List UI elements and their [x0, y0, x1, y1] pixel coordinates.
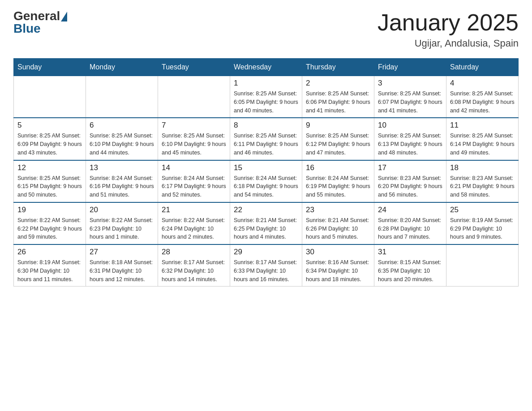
day-number: 4	[450, 79, 515, 88]
calendar-cell: 15Sunrise: 8:24 AM Sunset: 6:18 PM Dayli…	[230, 160, 302, 202]
calendar-cell: 2Sunrise: 8:25 AM Sunset: 6:06 PM Daylig…	[302, 76, 374, 118]
day-info: Sunrise: 8:25 AM Sunset: 6:07 PM Dayligh…	[378, 90, 442, 115]
day-info: Sunrise: 8:22 AM Sunset: 6:24 PM Dayligh…	[162, 216, 226, 241]
day-number: 25	[450, 206, 515, 214]
calendar-cell: 19Sunrise: 8:22 AM Sunset: 6:22 PM Dayli…	[14, 202, 86, 244]
day-info: Sunrise: 8:25 AM Sunset: 6:10 PM Dayligh…	[90, 132, 154, 157]
weekday-header-sunday: Sunday	[14, 59, 86, 76]
day-number: 14	[162, 163, 226, 172]
day-number: 10	[378, 121, 442, 130]
day-number: 26	[17, 248, 82, 257]
calendar-cell: 25Sunrise: 8:19 AM Sunset: 6:29 PM Dayli…	[446, 202, 519, 244]
weekday-header-monday: Monday	[86, 59, 158, 76]
day-info: Sunrise: 8:25 AM Sunset: 6:05 PM Dayligh…	[234, 90, 298, 115]
calendar-cell: 7Sunrise: 8:25 AM Sunset: 6:10 PM Daylig…	[158, 118, 230, 160]
page-header: General Blue January 2025 Ugijar, Andalu…	[13, 9, 519, 49]
calendar-cell: 5Sunrise: 8:25 AM Sunset: 6:09 PM Daylig…	[14, 118, 86, 160]
calendar-cell	[158, 76, 230, 118]
day-info: Sunrise: 8:24 AM Sunset: 6:18 PM Dayligh…	[234, 174, 298, 199]
calendar-cell: 24Sunrise: 8:20 AM Sunset: 6:28 PM Dayli…	[374, 202, 446, 244]
day-info: Sunrise: 8:25 AM Sunset: 6:11 PM Dayligh…	[234, 132, 298, 157]
day-number: 27	[90, 248, 154, 257]
day-number: 18	[450, 163, 515, 172]
calendar-cell: 18Sunrise: 8:23 AM Sunset: 6:21 PM Dayli…	[446, 160, 519, 202]
day-info: Sunrise: 8:25 AM Sunset: 6:08 PM Dayligh…	[450, 90, 515, 115]
day-info: Sunrise: 8:22 AM Sunset: 6:22 PM Dayligh…	[17, 216, 82, 241]
day-number: 8	[234, 121, 298, 130]
day-info: Sunrise: 8:17 AM Sunset: 6:32 PM Dayligh…	[162, 258, 226, 283]
day-number: 29	[234, 248, 298, 257]
logo: General Blue	[13, 9, 67, 36]
day-number: 13	[90, 163, 154, 172]
calendar-cell: 14Sunrise: 8:24 AM Sunset: 6:17 PM Dayli…	[158, 160, 230, 202]
day-number: 6	[90, 121, 154, 130]
calendar-cell: 1Sunrise: 8:25 AM Sunset: 6:05 PM Daylig…	[230, 76, 302, 118]
calendar-cell: 30Sunrise: 8:16 AM Sunset: 6:34 PM Dayli…	[302, 244, 374, 287]
calendar-cell: 9Sunrise: 8:25 AM Sunset: 6:12 PM Daylig…	[302, 118, 374, 160]
logo-triangle-icon	[61, 12, 67, 21]
day-info: Sunrise: 8:25 AM Sunset: 6:09 PM Dayligh…	[17, 132, 82, 157]
day-info: Sunrise: 8:25 AM Sunset: 6:10 PM Dayligh…	[162, 132, 226, 157]
day-info: Sunrise: 8:25 AM Sunset: 6:12 PM Dayligh…	[306, 132, 370, 157]
day-info: Sunrise: 8:18 AM Sunset: 6:31 PM Dayligh…	[90, 258, 154, 283]
day-number: 17	[378, 163, 442, 172]
calendar-cell: 29Sunrise: 8:17 AM Sunset: 6:33 PM Dayli…	[230, 244, 302, 287]
day-info: Sunrise: 8:20 AM Sunset: 6:28 PM Dayligh…	[378, 216, 442, 241]
calendar-cell: 22Sunrise: 8:21 AM Sunset: 6:25 PM Dayli…	[230, 202, 302, 244]
day-number: 16	[306, 163, 370, 172]
day-number: 9	[306, 121, 370, 130]
calendar-cell: 23Sunrise: 8:21 AM Sunset: 6:26 PM Dayli…	[302, 202, 374, 244]
calendar-week-row: 1Sunrise: 8:25 AM Sunset: 6:05 PM Daylig…	[14, 76, 519, 118]
day-info: Sunrise: 8:17 AM Sunset: 6:33 PM Dayligh…	[234, 258, 298, 283]
calendar-cell: 27Sunrise: 8:18 AM Sunset: 6:31 PM Dayli…	[86, 244, 158, 287]
calendar-cell: 31Sunrise: 8:15 AM Sunset: 6:35 PM Dayli…	[374, 244, 446, 287]
calendar-cell: 21Sunrise: 8:22 AM Sunset: 6:24 PM Dayli…	[158, 202, 230, 244]
day-info: Sunrise: 8:15 AM Sunset: 6:35 PM Dayligh…	[378, 258, 442, 283]
day-number: 30	[306, 248, 370, 257]
day-info: Sunrise: 8:25 AM Sunset: 6:13 PM Dayligh…	[378, 132, 442, 157]
day-number: 31	[378, 248, 442, 257]
day-number: 24	[378, 206, 442, 214]
day-number: 20	[90, 206, 154, 214]
day-info: Sunrise: 8:25 AM Sunset: 6:14 PM Dayligh…	[450, 132, 515, 157]
day-info: Sunrise: 8:16 AM Sunset: 6:34 PM Dayligh…	[306, 258, 370, 283]
calendar-subtitle: Ugijar, Andalusia, Spain	[378, 38, 519, 49]
weekday-header-friday: Friday	[374, 59, 446, 76]
day-info: Sunrise: 8:24 AM Sunset: 6:19 PM Dayligh…	[306, 174, 370, 199]
day-number: 2	[306, 79, 370, 88]
calendar-week-row: 12Sunrise: 8:25 AM Sunset: 6:15 PM Dayli…	[14, 160, 519, 202]
day-number: 21	[162, 206, 226, 214]
day-info: Sunrise: 8:21 AM Sunset: 6:26 PM Dayligh…	[306, 216, 370, 241]
weekday-header-row: SundayMondayTuesdayWednesdayThursdayFrid…	[14, 59, 519, 76]
day-number: 28	[162, 248, 226, 257]
calendar-cell: 3Sunrise: 8:25 AM Sunset: 6:07 PM Daylig…	[374, 76, 446, 118]
calendar-cell	[86, 76, 158, 118]
calendar-cell: 4Sunrise: 8:25 AM Sunset: 6:08 PM Daylig…	[446, 76, 519, 118]
weekday-header-saturday: Saturday	[446, 59, 519, 76]
title-section: January 2025 Ugijar, Andalusia, Spain	[378, 9, 519, 49]
day-info: Sunrise: 8:19 AM Sunset: 6:29 PM Dayligh…	[450, 216, 515, 241]
calendar-cell: 20Sunrise: 8:22 AM Sunset: 6:23 PM Dayli…	[86, 202, 158, 244]
day-info: Sunrise: 8:24 AM Sunset: 6:17 PM Dayligh…	[162, 174, 226, 199]
day-info: Sunrise: 8:19 AM Sunset: 6:30 PM Dayligh…	[17, 258, 82, 283]
calendar-cell	[14, 76, 86, 118]
calendar-cell: 10Sunrise: 8:25 AM Sunset: 6:13 PM Dayli…	[374, 118, 446, 160]
calendar-cell: 11Sunrise: 8:25 AM Sunset: 6:14 PM Dayli…	[446, 118, 519, 160]
day-info: Sunrise: 8:23 AM Sunset: 6:21 PM Dayligh…	[450, 174, 515, 199]
calendar-week-row: 26Sunrise: 8:19 AM Sunset: 6:30 PM Dayli…	[14, 244, 519, 287]
weekday-header-wednesday: Wednesday	[230, 59, 302, 76]
logo-blue-text: Blue	[13, 21, 41, 36]
calendar-cell	[446, 244, 519, 287]
weekday-header-tuesday: Tuesday	[158, 59, 230, 76]
day-number: 19	[17, 206, 82, 214]
day-number: 1	[234, 79, 298, 88]
calendar-cell: 13Sunrise: 8:24 AM Sunset: 6:16 PM Dayli…	[86, 160, 158, 202]
calendar-week-row: 5Sunrise: 8:25 AM Sunset: 6:09 PM Daylig…	[14, 118, 519, 160]
day-info: Sunrise: 8:25 AM Sunset: 6:15 PM Dayligh…	[17, 174, 82, 199]
calendar-cell: 26Sunrise: 8:19 AM Sunset: 6:30 PM Dayli…	[14, 244, 86, 287]
day-info: Sunrise: 8:22 AM Sunset: 6:23 PM Dayligh…	[90, 216, 154, 241]
day-info: Sunrise: 8:23 AM Sunset: 6:20 PM Dayligh…	[378, 174, 442, 199]
day-number: 15	[234, 163, 298, 172]
day-number: 5	[17, 121, 82, 130]
day-number: 23	[306, 206, 370, 214]
